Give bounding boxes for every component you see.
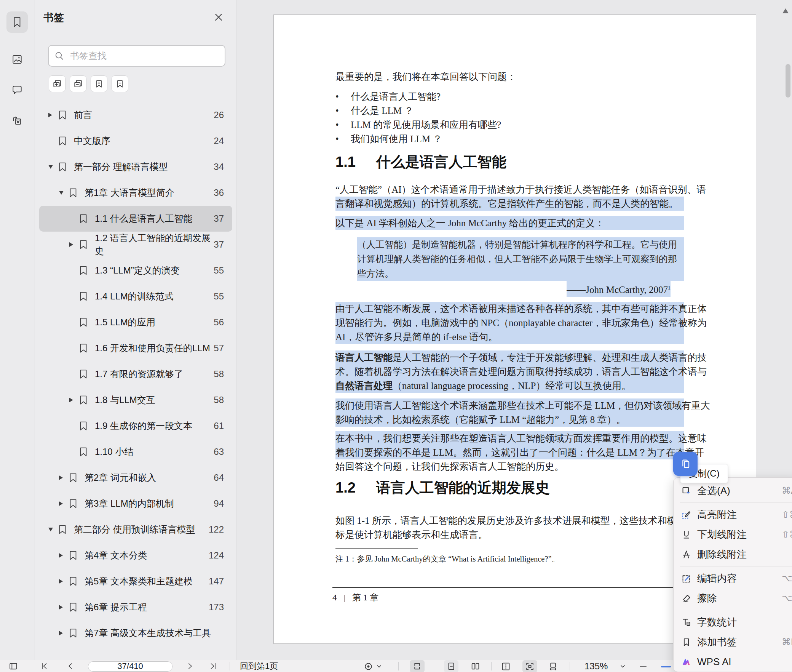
comment-icon [11, 84, 23, 96]
bookmark-icon [78, 239, 88, 250]
zoom-out-button[interactable] [639, 660, 647, 672]
expand-all-button[interactable] [49, 75, 65, 92]
zoom-chevron-icon[interactable] [620, 660, 626, 672]
chevron-right-icon[interactable] [69, 398, 73, 402]
chevron-right-icon[interactable] [59, 605, 63, 610]
eraser-icon [680, 593, 692, 603]
text-line: 言翻译和视觉感知）的计算机系统。它是指软件产生的智能，而不是人类的智能。 [335, 197, 684, 211]
bookmark-item[interactable]: 1.8 与LLM交互58 [35, 387, 237, 413]
bookmarks-panel-tab[interactable] [6, 11, 28, 33]
menu-item-word-count[interactable]: 字数统计 [674, 612, 792, 632]
bookmark-icon [68, 628, 78, 638]
menu-item-edit-content[interactable]: 编辑内容⌥W [674, 568, 792, 588]
zoom-level-label[interactable]: 135% [584, 660, 608, 672]
bookmark-item[interactable]: 1.10 小结63 [35, 439, 237, 465]
chevron-down-icon[interactable] [59, 191, 64, 195]
bookmark-label: 第一部分 理解语言模型 [74, 160, 214, 173]
export-panel-tab[interactable] [6, 110, 28, 131]
chevron-right-icon[interactable] [59, 553, 63, 558]
bookmark-item[interactable]: 第一部分 理解语言模型34 [35, 154, 237, 180]
bookmark-page-number: 63 [214, 446, 237, 457]
menu-item-shortcut: ⌘B [782, 637, 792, 647]
bookmark-label: 1.4 LLM的训练范式 [95, 290, 214, 303]
next-page-button[interactable] [185, 660, 195, 672]
bookmark-item[interactable]: 1.4 LLM的训练范式55 [35, 283, 237, 309]
scroll-up-arrow-icon[interactable] [782, 8, 789, 13]
bookmark-item[interactable]: 第2章 词元和嵌入64 [35, 465, 237, 491]
bookmark-label: 第1章 大语言模型简介 [85, 186, 214, 199]
menu-item-label: WPS AI [697, 656, 731, 668]
menu-item-select-all[interactable]: 全选(A)⌘A [674, 481, 792, 501]
bookmark-item[interactable]: 第1章 大语言模型简介36 [35, 180, 237, 206]
bookmark-item[interactable]: 中文版序24 [35, 128, 237, 154]
page-marks-button[interactable] [501, 660, 511, 672]
edit-content-icon [680, 573, 692, 584]
menu-item-add-bookmark[interactable]: 添加书签⌘B [674, 632, 792, 652]
bookmark-icon [68, 498, 78, 509]
continuous-scroll-button[interactable] [410, 660, 425, 672]
bookmark-item[interactable]: 1.3 “LLM”定义的演变55 [35, 258, 237, 283]
bookmark-page-number: 34 [214, 162, 237, 172]
bookmark-search-box[interactable] [48, 45, 225, 67]
chevron-right-icon[interactable] [48, 113, 52, 117]
text-line: 语言人工智能是人工智能的一个子领域，专注于开发能够理解、处理和生成人类语言的技 [335, 350, 684, 365]
menu-item-strikethrough[interactable]: 删除线附注 [674, 544, 792, 564]
first-page-button[interactable] [40, 660, 49, 672]
chevron-right-icon[interactable] [59, 631, 63, 635]
comments-panel-tab[interactable] [6, 79, 28, 101]
page-footer-chapter: 第 1 章 [352, 592, 378, 603]
menu-item-underline[interactable]: 下划线附注⇧⌘5 [674, 525, 792, 544]
menu-item-wps-ai[interactable]: WPS AI [674, 652, 792, 672]
last-page-button[interactable] [208, 660, 217, 672]
bookmark-item[interactable]: 第4章 文本分类124 [35, 542, 237, 568]
single-page-button[interactable] [444, 660, 458, 672]
bookmark-item[interactable]: 1.5 LLM的应用56 [35, 309, 237, 335]
text-line: 现智能行为。例如，电脑游戏中的 NPC（nonplayable characte… [335, 316, 684, 330]
bookmark-item[interactable]: 1.9 生成你的第一段文本61 [35, 413, 237, 439]
copy-button[interactable] [673, 452, 698, 476]
back-to-first-page-button[interactable]: 回到第1页 [240, 660, 278, 672]
fit-width-button[interactable] [548, 660, 558, 672]
bookmark-page-number: 122 [209, 524, 237, 535]
bookmark-item[interactable]: 1.7 有限的资源就够了58 [35, 361, 237, 387]
bookmarks-panel: 书签 前言26中文版序24第一部分 理解语言模型34第1章 大语言模型简介361… [35, 0, 237, 660]
close-icon[interactable] [213, 11, 224, 23]
bookmark-label: 前言 [74, 109, 214, 122]
chevron-right-icon[interactable] [59, 501, 63, 506]
fit-screen-button[interactable] [522, 660, 537, 672]
view-mode-button[interactable] [364, 660, 382, 672]
chevron-down-icon[interactable] [48, 528, 53, 531]
images-panel-tab[interactable] [6, 49, 28, 70]
page-number-input[interactable]: 37/410 [88, 661, 172, 672]
bookmark-item[interactable]: 1.6 开发和使用负责任的LLM57 [35, 335, 237, 361]
bookmark-item[interactable]: 1.2 语言人工智能的近期发展史37 [35, 232, 237, 258]
chevron-right-icon[interactable] [59, 579, 63, 584]
bookmark-item[interactable]: 第5章 文本聚类和主题建模147 [35, 568, 237, 594]
bookmark-item[interactable]: 第6章 提示工程173 [35, 594, 237, 620]
chevron-down-icon[interactable] [48, 165, 53, 169]
collapse-all-button[interactable] [70, 75, 86, 92]
bookmark-item[interactable]: 1.1 什么是语言人工智能37 [39, 206, 232, 232]
context-menu: 全选(A)⌘A高亮附注⇧⌘H下划线附注⇧⌘5删除线附注编辑内容⌥W擦除⌥D字数统… [673, 477, 792, 672]
chevron-right-icon[interactable] [69, 242, 73, 247]
bullet-item: •什么是 LLM ？ [335, 104, 684, 118]
paragraph: 以下是 AI 学科创始人之一 John McCarthy 给出的更正式的定义： [335, 216, 684, 230]
menu-item-label: 下划线附注 [697, 528, 747, 541]
chevron-right-icon[interactable] [59, 475, 63, 480]
bookmark-item[interactable]: 第二部分 使用预训练语言模型122 [35, 517, 237, 542]
remove-bookmark-button[interactable] [112, 75, 128, 92]
two-page-button[interactable] [471, 660, 480, 672]
bookmark-search-input[interactable] [69, 50, 219, 62]
previous-page-button[interactable] [66, 660, 75, 672]
bookmark-item[interactable]: 第7章 高级文本生成技术与工具 [35, 620, 237, 646]
zoom-slider[interactable] [661, 666, 671, 667]
main-scrollbar-thumb[interactable] [786, 64, 790, 98]
menu-item-highlight[interactable]: 高亮附注⇧⌘H [674, 505, 792, 525]
bookmark-item[interactable]: 第3章 LLM的内部机制94 [35, 491, 237, 517]
menu-divider [680, 610, 792, 610]
menu-item-eraser[interactable]: 擦除⌥D [674, 588, 792, 608]
bookmark-item[interactable]: 前言26 [35, 102, 237, 128]
add-bookmark-button[interactable] [91, 75, 107, 92]
toggle-sidebar-button[interactable] [8, 660, 18, 672]
paragraph: 我们使用语言人工智能这个术语来涵盖那些在技术上可能不是 LLM，但仍对该领域有重… [335, 398, 684, 427]
